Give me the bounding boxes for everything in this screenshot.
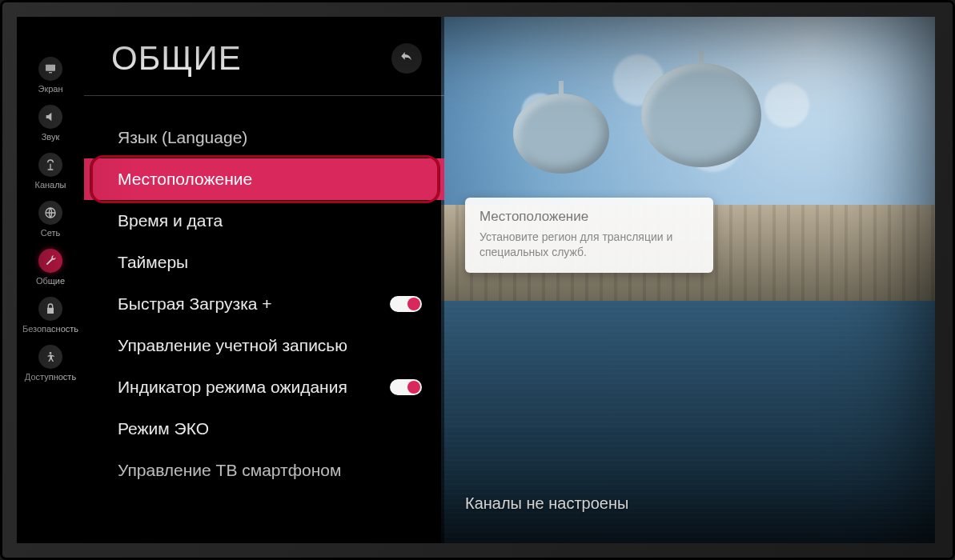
settings-sidebar: Экран Звук Каналы <box>17 17 84 543</box>
menu-item-standby-led[interactable]: Индикатор режима ожидания <box>84 366 444 408</box>
menu-item-label: Быстрая Загрузка + <box>118 294 272 314</box>
menu-item-label: Язык (Language) <box>118 128 247 147</box>
tv-bezel: Экран Звук Каналы <box>2 2 953 558</box>
menu-item-timers[interactable]: Таймеры <box>84 242 444 283</box>
sidebar-item-general[interactable]: Общие <box>36 249 65 286</box>
svg-rect-1 <box>49 72 52 73</box>
sidebar-label: Экран <box>38 84 62 94</box>
svg-point-3 <box>50 352 52 354</box>
sidebar-item-accessibility[interactable]: Доступность <box>25 345 76 382</box>
page-title: ОБЩИЕ <box>111 39 242 78</box>
sidebar-label: Каналы <box>34 180 66 190</box>
sidebar-item-channels[interactable]: Каналы <box>34 153 66 190</box>
menu-item-label: Время и дата <box>118 211 223 230</box>
menu-list: Язык (Language) Местоположение Время и д… <box>84 96 444 491</box>
menu-item-language[interactable]: Язык (Language) <box>84 117 444 158</box>
person-icon <box>38 345 62 369</box>
menu-item-phone-ctrl[interactable]: Управление ТВ смартфоном <box>84 450 444 491</box>
lock-icon <box>38 297 62 321</box>
status-message: Каналы не настроены <box>465 494 911 513</box>
wrench-icon <box>38 249 62 273</box>
menu-item-label: Таймеры <box>118 253 188 272</box>
menu-item-location[interactable]: Местоположение <box>84 158 444 200</box>
info-card: Местоположение Установите регион для тра… <box>465 198 713 273</box>
toggle-quickstart[interactable] <box>390 296 422 312</box>
menu-item-label: Управление ТВ смартфоном <box>118 461 341 480</box>
globe-icon <box>38 201 62 225</box>
speaker-icon <box>38 105 62 129</box>
settings-menu: ОБЩИЕ Язык (Language) Местоположение <box>84 17 444 543</box>
monitor-icon <box>38 57 62 81</box>
tv-frame: Экран Звук Каналы <box>0 0 955 560</box>
info-card-body: Установите регион для трансляции и специ… <box>480 230 699 260</box>
menu-item-label: Режим ЭКО <box>118 419 209 438</box>
sidebar-label: Доступность <box>25 372 76 382</box>
menu-item-quickstart[interactable]: Быстрая Загрузка + <box>84 283 444 325</box>
svg-rect-0 <box>46 65 55 71</box>
sidebar-label: Звук <box>42 132 60 142</box>
menu-item-datetime[interactable]: Время и дата <box>84 200 444 242</box>
satellite-icon <box>38 153 62 177</box>
info-card-title: Местоположение <box>480 209 699 225</box>
sidebar-label: Общие <box>36 276 65 286</box>
menu-item-label: Местоположение <box>118 170 252 189</box>
back-icon <box>399 50 414 67</box>
menu-item-eco[interactable]: Режим ЭКО <box>84 408 444 450</box>
tv-screen: Экран Звук Каналы <box>17 17 935 543</box>
sidebar-label: Сеть <box>41 228 60 238</box>
menu-item-account[interactable]: Управление учетной записью <box>84 325 444 366</box>
back-button[interactable] <box>391 43 422 74</box>
sidebar-item-sound[interactable]: Звук <box>38 105 62 142</box>
sidebar-label: Безопасность <box>22 324 78 334</box>
preview-pane: Местоположение Установите регион для тра… <box>441 17 935 543</box>
menu-header: ОБЩИЕ <box>84 39 444 96</box>
sidebar-item-network[interactable]: Сеть <box>38 201 62 238</box>
background-dome <box>513 94 609 174</box>
toggle-standby-led[interactable] <box>390 379 422 395</box>
sidebar-item-screen[interactable]: Экран <box>38 57 62 94</box>
menu-item-label: Индикатор режима ожидания <box>118 378 347 397</box>
background-dome <box>641 63 761 167</box>
menu-item-label: Управление учетной записью <box>118 336 347 355</box>
sidebar-item-security[interactable]: Безопасность <box>22 297 78 334</box>
